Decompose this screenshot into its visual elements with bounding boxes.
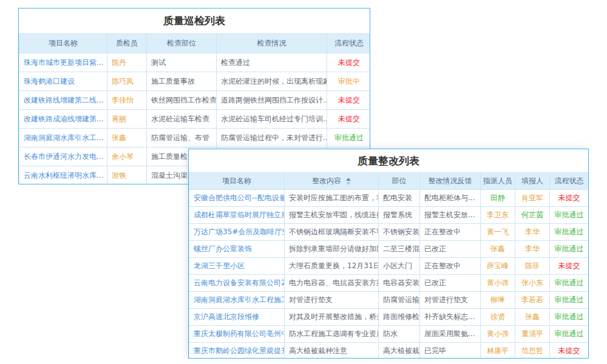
project-link[interactable]: 螺丝厂办公室装饰 <box>194 244 252 253</box>
cell-inspector: 游恢 <box>107 166 147 185</box>
project-link[interactable]: 安徽合肥供电公司--配电设备... <box>194 194 285 202</box>
cell-reporter: 张小东 <box>515 275 550 292</box>
cell-feedback: 报警主机安放... <box>420 207 481 224</box>
project-link[interactable]: 龙湖三千里小区 <box>194 261 245 270</box>
reporter-text: 李华 <box>525 228 540 236</box>
status-badge: 未提交 <box>558 194 580 202</box>
cell-assignee: 田静 <box>481 190 515 207</box>
cell-assignee: 徐贤 <box>481 309 515 326</box>
content-text: 不锈钢边框玻璃隔断安装不牢... <box>289 228 379 236</box>
table-row: 重庆市鹅岭公园绿化景观提升...高大植被栽种注意高大植被栽种已完毕林康平范思哲未… <box>189 343 589 359</box>
sort-asc-icon[interactable] <box>346 178 351 181</box>
cell-project: 珠海鹤港口建设 <box>19 72 107 91</box>
col-header-inspect-part: 检查部位 <box>147 34 217 53</box>
part-text: 高大植被栽种 <box>383 346 420 355</box>
project-link[interactable]: 云南水利枢纽潜明水库... <box>24 171 103 180</box>
inspector-text: 游恢 <box>112 171 126 180</box>
col-header-rectify-content[interactable]: 整改内容 <box>285 173 379 190</box>
assignee-text: 田静 <box>490 194 505 202</box>
content-text: 防水工程施工选调有专业资质... <box>289 329 379 338</box>
cell-feedback: 补齐缺失标志... <box>420 309 481 326</box>
status-badge: 未提交 <box>338 58 360 67</box>
part-text: 路面维修检... <box>383 312 420 321</box>
cell-status: 审批通过 <box>550 292 589 309</box>
project-link[interactable]: 京沪高速北京段维修 <box>194 312 259 321</box>
feedback-text: 补齐缺失标志... <box>424 312 475 321</box>
table-row: 重庆太极制药有限公司亳州中...防水工程施工选调有专业资质...防水屋面采用聚氨… <box>189 326 589 343</box>
status-badge: 审批通过 <box>334 133 364 142</box>
cell-assignee: 柳琳 <box>481 292 515 309</box>
cell-content: 对管进行垫支 <box>285 292 379 309</box>
project-link[interactable]: 万达广场35#会所及咖啡厅空... <box>194 228 285 236</box>
reporter-text: 张小东 <box>521 278 543 287</box>
status-badge: 审批通过 <box>555 312 584 321</box>
assignee-text: 黄一飞 <box>487 228 509 236</box>
reporter-text: 陈菲 <box>525 261 540 270</box>
feedback-text: 已改正 <box>424 278 446 287</box>
status-badge: 审批通过 <box>555 295 584 304</box>
part-text: 小区大门 <box>383 261 412 270</box>
cell-part: 高大植被栽种 <box>379 343 420 359</box>
part-text: 配电安装 <box>383 194 412 202</box>
part-text: 不锈钢安装... <box>383 228 420 236</box>
inspector-text: 陈丹 <box>112 58 126 67</box>
cell-inspector: 蒋丽 <box>107 110 147 129</box>
project-link[interactable]: 改建铁路成渝线增建第... <box>24 115 103 123</box>
inspector-text: 张鑫 <box>112 133 126 142</box>
sort-icon[interactable] <box>346 178 351 185</box>
cell-reporter: 张鑫 <box>515 309 550 326</box>
cell-part: 不锈钢安装... <box>379 224 420 241</box>
project-link[interactable]: 成都杜甫草堂临时展厅独立展... <box>194 211 285 219</box>
inspector-text: 李佳怡 <box>112 96 134 104</box>
cell-status: 未提交 <box>327 110 371 129</box>
cell-project: 安徽合肥供电公司--配电设备... <box>189 190 285 207</box>
feedback-text: 正在整改中 <box>424 228 461 236</box>
table-row: 安徽合肥供电公司--配电设备...安装时应按施工图的布置，将...配电安装配电柜… <box>189 190 589 207</box>
cell-part: 测试 <box>147 53 217 72</box>
status-badge: 审批通过 <box>555 329 584 338</box>
inspector-text: 陈巧凤 <box>112 77 134 86</box>
rectification-panel-title: 质量整改列表 <box>189 149 588 172</box>
feedback-text: 正在整改中 <box>424 261 461 270</box>
reporter-text: 何芷茵 <box>521 211 543 219</box>
cell-reporter: 陈菲 <box>515 258 550 275</box>
project-link[interactable]: 重庆市鹅岭公园绿化景观提升... <box>194 346 285 355</box>
cell-status: 未提交 <box>550 258 589 275</box>
sort-desc-icon[interactable] <box>346 182 351 185</box>
part-text: 测试 <box>151 58 166 67</box>
project-link[interactable]: 珠海鹤港口建设 <box>24 77 75 86</box>
cell-situation: 检查通过 <box>217 53 327 72</box>
cell-status: 未提交 <box>550 190 589 207</box>
project-link[interactable]: 湖南洞庭湖水库引水工程施工1... <box>194 295 285 304</box>
cell-status: 审批通过 <box>550 241 589 258</box>
project-link[interactable]: 长春市伊通河水力发电... <box>24 152 103 161</box>
project-link[interactable]: 重庆太极制药有限公司亳州中... <box>194 329 285 338</box>
assignee-text: 张鑫 <box>490 244 505 253</box>
cell-situation: 水泥砼运输车司机经过专门培训... <box>217 110 327 129</box>
cell-part: 小区大门 <box>379 258 420 275</box>
cell-assignee: 黄一飞 <box>481 224 515 241</box>
feedback-text: 报警主机安放... <box>424 211 475 219</box>
cell-project: 重庆太极制药有限公司亳州中... <box>189 326 285 343</box>
content-text: 拆除到承重墙部分请做好加固... <box>289 244 379 253</box>
project-link[interactable]: 改建铁路线增建第二线... <box>24 96 103 104</box>
project-link[interactable]: 云南电力设备安装有限公司20... <box>194 278 285 287</box>
feedback-text: 对管进行垫支 <box>424 295 468 304</box>
feedback-text: 屋面采用聚氨... <box>424 329 475 338</box>
situation-text: 防腐管运输过程中，未对管进行... <box>221 133 327 142</box>
project-link[interactable]: 湖南洞庭湖水库引水工... <box>24 133 103 142</box>
part-text: 报警系统 <box>383 211 412 219</box>
assignee-text: 黄小强 <box>487 329 509 338</box>
table-row: 京沪高速北京段维修对其及时开展整改措施，桥头...路面维修检...补齐缺失标志.… <box>189 309 589 326</box>
col-header-rectify-content-label: 整改内容 <box>312 177 341 185</box>
part-text: 防腐管运输... <box>383 295 420 304</box>
project-link[interactable]: 珠海市城市更新项目紫... <box>24 58 103 67</box>
reporter-text: 张鑫 <box>525 312 540 321</box>
assignee-text: 李卫东 <box>487 211 509 219</box>
status-badge: 审批通过 <box>555 211 584 219</box>
cell-project: 湖南洞庭湖水库引水工程施工1... <box>189 292 285 309</box>
col-header-inspector: 质检员 <box>107 34 147 53</box>
cell-reporter: 何芷茵 <box>515 207 550 224</box>
cell-status: 审批中 <box>327 72 371 91</box>
cell-part: 报警系统 <box>379 207 420 224</box>
